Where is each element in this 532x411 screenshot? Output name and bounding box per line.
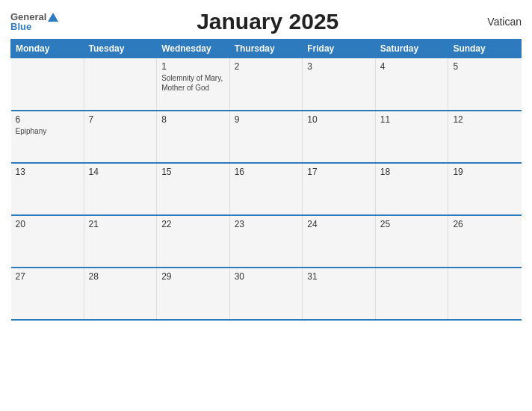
calendar-cell: 22 bbox=[157, 215, 230, 268]
week-row-5: 2728293031 bbox=[11, 268, 522, 320]
day-number: 1 bbox=[161, 61, 225, 72]
calendar-cell: 29 bbox=[157, 268, 230, 320]
day-number: 29 bbox=[161, 271, 225, 282]
calendar-cell: 15 bbox=[157, 163, 230, 215]
calendar-cell: 3 bbox=[303, 58, 376, 111]
calendar-cell: 11 bbox=[375, 111, 448, 163]
calendar-cell: 20 bbox=[11, 215, 84, 268]
day-number: 25 bbox=[380, 219, 444, 229]
day-number: 6 bbox=[16, 114, 79, 125]
calendar-cell: 31 bbox=[303, 268, 376, 320]
day-number: 30 bbox=[235, 271, 298, 282]
day-number: 18 bbox=[380, 167, 444, 177]
day-number: 28 bbox=[89, 271, 152, 282]
week-row-4: 20212223242526 bbox=[11, 215, 522, 268]
day-number: 15 bbox=[161, 167, 225, 177]
weekday-header-saturday: Saturday bbox=[375, 40, 448, 58]
calendar-country: Vatican bbox=[477, 16, 522, 28]
weekday-header-monday: Monday bbox=[11, 40, 84, 58]
day-number: 23 bbox=[235, 219, 298, 229]
weekday-header-row: MondayTuesdayWednesdayThursdayFridaySatu… bbox=[11, 40, 522, 58]
day-number: 22 bbox=[161, 219, 225, 229]
calendar-cell: 5 bbox=[448, 58, 522, 111]
day-number: 17 bbox=[307, 167, 371, 177]
weekday-header-sunday: Sunday bbox=[448, 40, 522, 58]
calendar-cell bbox=[11, 58, 84, 111]
calendar-title: January 2025 bbox=[58, 9, 477, 34]
calendar-cell: 24 bbox=[303, 215, 376, 268]
day-number: 24 bbox=[307, 219, 371, 229]
calendar-cell: 9 bbox=[229, 111, 303, 163]
day-number: 11 bbox=[380, 114, 444, 125]
calendar-cell bbox=[375, 268, 448, 320]
calendar-cell: 1Solemnity of Mary, Mother of God bbox=[157, 58, 230, 111]
calendar-header: General Blue January 2025 Vatican bbox=[10, 9, 522, 34]
week-row-1: 1Solemnity of Mary, Mother of God2345 bbox=[11, 58, 522, 111]
calendar-cell: 13 bbox=[11, 163, 84, 215]
calendar-cell bbox=[84, 58, 157, 111]
day-number: 8 bbox=[161, 114, 225, 125]
day-number: 31 bbox=[307, 271, 371, 282]
calendar-cell: 10 bbox=[303, 111, 376, 163]
weekday-header-tuesday: Tuesday bbox=[84, 40, 157, 58]
weekday-header-thursday: Thursday bbox=[229, 40, 303, 58]
calendar-cell: 2 bbox=[229, 58, 303, 111]
day-number: 13 bbox=[16, 167, 79, 177]
calendar-cell: 28 bbox=[84, 268, 157, 320]
day-number: 21 bbox=[89, 219, 152, 229]
calendar-table: MondayTuesdayWednesdayThursdayFridaySatu… bbox=[10, 39, 522, 321]
day-number: 2 bbox=[235, 61, 298, 72]
calendar-cell: 27 bbox=[11, 268, 84, 320]
weekday-header-wednesday: Wednesday bbox=[157, 40, 230, 58]
calendar-cell: 6Epiphany bbox=[11, 111, 84, 163]
calendar-cell: 26 bbox=[448, 215, 522, 268]
logo-triangle-icon bbox=[48, 13, 58, 22]
day-number: 12 bbox=[453, 114, 516, 125]
calendar-cell: 19 bbox=[448, 163, 522, 215]
day-number: 20 bbox=[16, 219, 79, 229]
logo: General Blue bbox=[10, 12, 58, 31]
calendar-cell: 12 bbox=[448, 111, 522, 163]
calendar-cell: 4 bbox=[375, 58, 448, 111]
calendar-cell: 25 bbox=[375, 215, 448, 268]
calendar-cell: 16 bbox=[229, 163, 303, 215]
calendar-cell: 14 bbox=[84, 163, 157, 215]
day-number: 3 bbox=[307, 61, 371, 72]
week-row-2: 6Epiphany789101112 bbox=[11, 111, 522, 163]
day-number: 7 bbox=[89, 114, 152, 125]
event-text: Epiphany bbox=[16, 126, 79, 136]
day-number: 5 bbox=[453, 61, 516, 72]
day-number: 9 bbox=[235, 114, 298, 125]
calendar-cell: 8 bbox=[157, 111, 230, 163]
day-number: 4 bbox=[380, 61, 444, 72]
weekday-header-friday: Friday bbox=[303, 40, 376, 58]
calendar-cell: 21 bbox=[84, 215, 157, 268]
day-number: 19 bbox=[453, 167, 516, 177]
day-number: 10 bbox=[307, 114, 371, 125]
day-number: 26 bbox=[453, 219, 516, 229]
calendar-cell: 30 bbox=[229, 268, 303, 320]
calendar-container: General Blue January 2025 Vatican Monday… bbox=[0, 0, 532, 411]
calendar-cell: 7 bbox=[84, 111, 157, 163]
day-number: 27 bbox=[16, 271, 79, 282]
week-row-3: 13141516171819 bbox=[11, 163, 522, 215]
calendar-cell: 17 bbox=[303, 163, 376, 215]
day-number: 16 bbox=[235, 167, 298, 177]
event-text: Solemnity of Mary, Mother of God bbox=[161, 73, 225, 93]
calendar-cell: 23 bbox=[229, 215, 303, 268]
calendar-cell bbox=[448, 268, 522, 320]
logo-blue-text: Blue bbox=[10, 22, 31, 31]
day-number: 14 bbox=[89, 167, 152, 177]
calendar-cell: 18 bbox=[375, 163, 448, 215]
